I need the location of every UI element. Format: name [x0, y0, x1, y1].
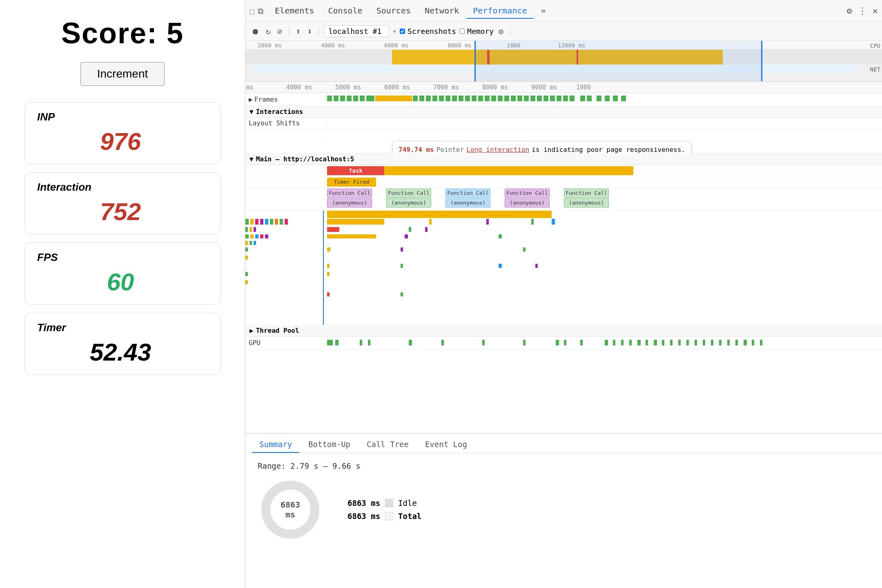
clear-btn[interactable]: ⊘	[276, 25, 284, 38]
devtools-panel: ⬚ ⧉ Elements Console Sources Network Per…	[245, 0, 882, 588]
interactions-content: 749.74 ms Pointer Long interaction is in…	[327, 129, 882, 154]
flame-r3s6	[405, 234, 408, 238]
main-ruler-6000: 6000 ms	[384, 84, 410, 91]
func-call-2[interactable]: Function Call	[386, 189, 431, 198]
gpu-bar	[335, 340, 339, 345]
frame-bar	[366, 96, 374, 101]
popup-time-val: 749.74 ms	[399, 146, 434, 154]
selection-handle-right[interactable]	[761, 41, 762, 81]
flame-r3s7	[499, 234, 502, 238]
separator1	[289, 27, 289, 36]
tab-more[interactable]: »	[535, 3, 552, 19]
legend-idle-row: 6863 ms Idle	[347, 499, 421, 508]
frame-bar	[439, 96, 444, 101]
frame-bar	[452, 96, 457, 101]
frame-bar-long	[375, 96, 412, 101]
gpu-bar	[686, 340, 689, 345]
selection-handle-left[interactable]	[474, 41, 476, 81]
tab-sources[interactable]: Sources	[370, 3, 417, 19]
flame-r3s3	[255, 234, 258, 238]
interactions-section-label: Interactions	[256, 108, 303, 116]
frame-bar	[459, 96, 463, 101]
close-icon[interactable]: ✕	[873, 6, 878, 16]
fps-value: 60	[37, 268, 204, 296]
func-anon-3[interactable]: (anonymous)	[445, 198, 490, 207]
gpu-bar	[556, 340, 559, 345]
thread-pool-icon[interactable]: ▶	[249, 327, 254, 334]
gpu-bar	[711, 340, 713, 345]
flame-s7	[275, 219, 278, 225]
flame-s12	[531, 219, 534, 225]
interactions-collapse-icon[interactable]: ▼	[249, 108, 254, 116]
tab-bottom-up[interactable]: Bottom-Up	[301, 437, 358, 453]
record-btn[interactable]: ⏺	[249, 25, 261, 38]
timeline-main[interactable]: ms 4000 ms 5000 ms 6000 ms 7000 ms 8000 …	[245, 82, 882, 433]
legend-idle-ms: 6863 ms	[347, 499, 380, 508]
func-call-3-label: Function Call	[447, 190, 489, 196]
tab-elements[interactable]: Elements	[268, 3, 321, 19]
func-anon-4[interactable]: (anonymous)	[505, 198, 550, 207]
tab-network[interactable]: Network	[418, 3, 466, 19]
flame-s3	[255, 219, 258, 225]
timer-fired-bar[interactable]: Timer Fired	[327, 178, 376, 187]
frame-bar	[563, 96, 568, 101]
more-settings-btn[interactable]: ⚙	[497, 25, 505, 38]
gpu-bar	[670, 340, 673, 345]
gpu-bar	[580, 340, 583, 345]
reload-btn[interactable]: ↻	[264, 25, 272, 38]
screenshots-checkbox[interactable]	[400, 29, 405, 34]
flame-s8	[280, 219, 283, 225]
func-call-1[interactable]: Function Call	[327, 189, 372, 198]
func-call-5[interactable]: Function Call	[564, 189, 609, 198]
main-thread-collapse-icon[interactable]: ▼	[249, 155, 254, 163]
flame-r4s2	[249, 241, 252, 245]
func-anon-1[interactable]: (anonymous)	[327, 198, 372, 207]
popup-row-time: 749.74 ms Pointer Long interaction is in…	[399, 146, 685, 154]
func-anon-3-label: (anonymous)	[450, 200, 486, 206]
tab-console[interactable]: Console	[321, 3, 369, 19]
layout-shifts-row: Layout Shifts	[245, 118, 882, 129]
upload-btn[interactable]: ⬆	[294, 25, 302, 38]
func-call-4[interactable]: Function Call	[505, 189, 550, 198]
tab-call-tree[interactable]: Call Tree	[359, 437, 416, 453]
task-red-bar[interactable]: Task	[327, 166, 384, 175]
frame-bar	[517, 96, 522, 101]
frame-bar	[485, 96, 490, 101]
func-call-3[interactable]: Function Call	[445, 189, 490, 198]
download-btn[interactable]: ⬇	[305, 25, 314, 38]
interaction-label: Interaction	[37, 181, 204, 194]
settings-icon[interactable]: ⚙	[847, 6, 852, 16]
inp-value: 976	[37, 127, 204, 156]
memory-label: Memory	[467, 27, 494, 36]
frame-bar	[621, 96, 626, 101]
gpu-bar	[441, 340, 444, 345]
func-anon-2-label: (anonymous)	[391, 200, 426, 206]
more-icon[interactable]: ⋮	[858, 6, 867, 16]
flame-s13	[552, 219, 555, 225]
timeline-overview[interactable]: 2000 ms 4000 ms 6000 ms 8000 ms 1000 120…	[245, 41, 882, 82]
url-selector[interactable]: localhost #1	[324, 25, 389, 37]
inspect-icon[interactable]: ⬚	[249, 6, 254, 16]
legend-total-label: Total	[398, 512, 421, 521]
func-anon-2[interactable]: (anonymous)	[386, 198, 431, 207]
tab-event-log[interactable]: Event Log	[418, 437, 474, 453]
popup-link[interactable]: Long interaction	[466, 146, 529, 154]
memory-checkbox[interactable]	[459, 29, 465, 34]
flame-r7s1	[327, 264, 330, 268]
increment-button[interactable]: Increment	[80, 62, 165, 86]
task-row: Task Task	[245, 165, 882, 176]
flame-r3yellow	[327, 234, 376, 238]
tab-summary[interactable]: Summary	[252, 437, 299, 453]
legend-total-box	[385, 512, 393, 520]
frames-expand-icon[interactable]: ▶	[249, 96, 253, 103]
url-dropdown-icon[interactable]: ▾	[392, 27, 396, 35]
func-anon-5[interactable]: (anonymous)	[564, 198, 609, 207]
screenshots-toggle: Screenshots	[400, 27, 456, 36]
flame-r2s2	[249, 227, 252, 232]
tab-performance[interactable]: Performance	[466, 3, 533, 19]
func-call-4-label: Function Call	[506, 190, 548, 196]
frame-bar	[550, 96, 555, 101]
gpu-bar	[368, 340, 370, 345]
flame-r5s2	[327, 247, 330, 252]
device-icon[interactable]: ⧉	[258, 6, 263, 16]
